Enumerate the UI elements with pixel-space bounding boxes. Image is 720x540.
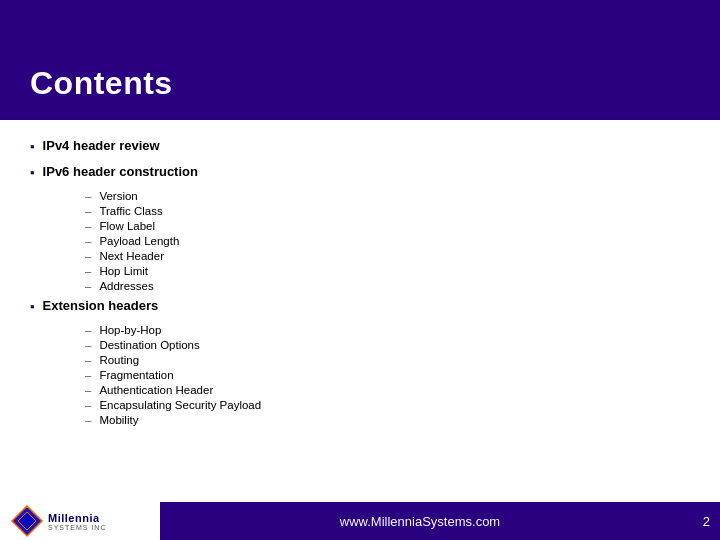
sub-payload-length: – Payload Length (85, 235, 690, 247)
bullet-ipv6: ▪ IPv6 header construction (30, 164, 690, 180)
dash: – (85, 324, 91, 336)
dash: – (85, 414, 91, 426)
page-number: 2 (703, 514, 710, 529)
bullet-ipv6-label: IPv6 header construction (43, 164, 198, 179)
sub-addresses-label: Addresses (99, 280, 153, 292)
logo-text-area: Millennia SYSTEMS INC (48, 512, 106, 531)
dash: – (85, 190, 91, 202)
content-area: ▪ IPv4 header review ▪ IPv6 header const… (0, 120, 720, 442)
sub-destination-options: – Destination Options (85, 339, 690, 351)
sub-payload-length-label: Payload Length (99, 235, 179, 247)
sub-version-label: Version (99, 190, 137, 202)
dash: – (85, 235, 91, 247)
sub-hop-by-hop: – Hop-by-Hop (85, 324, 690, 336)
dash: – (85, 354, 91, 366)
bullet-ipv4-label: IPv4 header review (43, 138, 160, 153)
extension-sub-list: – Hop-by-Hop – Destination Options – Rou… (85, 324, 690, 426)
sub-traffic-class: – Traffic Class (85, 205, 690, 217)
sub-routing-label: Routing (99, 354, 139, 366)
sub-fragmentation: – Fragmentation (85, 369, 690, 381)
bullet-extension: ▪ Extension headers (30, 298, 690, 314)
sub-mobility-label: Mobility (99, 414, 138, 426)
logo-systems-text: SYSTEMS INC (48, 524, 106, 531)
dash: – (85, 250, 91, 262)
bullet-symbol-1: ▪ (30, 139, 35, 154)
sub-encapsulating-security: – Encapsulating Security Payload (85, 399, 690, 411)
sub-hop-by-hop-label: Hop-by-Hop (99, 324, 161, 336)
sub-traffic-class-label: Traffic Class (99, 205, 162, 217)
bullet-extension-label: Extension headers (43, 298, 159, 313)
dash: – (85, 265, 91, 277)
sub-next-header: – Next Header (85, 250, 690, 262)
sub-flow-label-label: Flow Label (99, 220, 155, 232)
bullet-symbol-2: ▪ (30, 165, 35, 180)
sub-authentication-header: – Authentication Header (85, 384, 690, 396)
sub-destination-options-label: Destination Options (99, 339, 199, 351)
sub-addresses: – Addresses (85, 280, 690, 292)
ipv6-sub-list: – Version – Traffic Class – Flow Label –… (85, 190, 690, 292)
slide-title: Contents (30, 65, 173, 102)
dash: – (85, 280, 91, 292)
dash: – (85, 205, 91, 217)
sub-hop-limit-label: Hop Limit (99, 265, 148, 277)
sub-authentication-header-label: Authentication Header (99, 384, 213, 396)
sub-routing: – Routing (85, 354, 690, 366)
dash: – (85, 220, 91, 232)
bullet-ipv4: ▪ IPv4 header review (30, 138, 690, 154)
millennia-logo-icon (10, 504, 44, 538)
header-banner: Contents (0, 0, 720, 120)
footer-url-area: www.MillenniaSystems.com (160, 502, 680, 540)
dash: – (85, 399, 91, 411)
footer: Millennia SYSTEMS INC www.MillenniaSyste… (0, 502, 720, 540)
sub-encapsulating-security-label: Encapsulating Security Payload (99, 399, 261, 411)
slide: Contents ▪ IPv4 header review ▪ IPv6 hea… (0, 0, 720, 540)
logo-millennia-text: Millennia (48, 512, 106, 524)
dash: – (85, 369, 91, 381)
sub-flow-label: – Flow Label (85, 220, 690, 232)
sub-version: – Version (85, 190, 690, 202)
footer-url-text: www.MillenniaSystems.com (340, 514, 500, 529)
sub-next-header-label: Next Header (99, 250, 164, 262)
footer-logo-area: Millennia SYSTEMS INC (0, 502, 160, 540)
sub-mobility: – Mobility (85, 414, 690, 426)
bullet-symbol-3: ▪ (30, 299, 35, 314)
dash: – (85, 339, 91, 351)
sub-hop-limit: – Hop Limit (85, 265, 690, 277)
dash: – (85, 384, 91, 396)
footer-page: 2 (680, 502, 720, 540)
sub-fragmentation-label: Fragmentation (99, 369, 173, 381)
